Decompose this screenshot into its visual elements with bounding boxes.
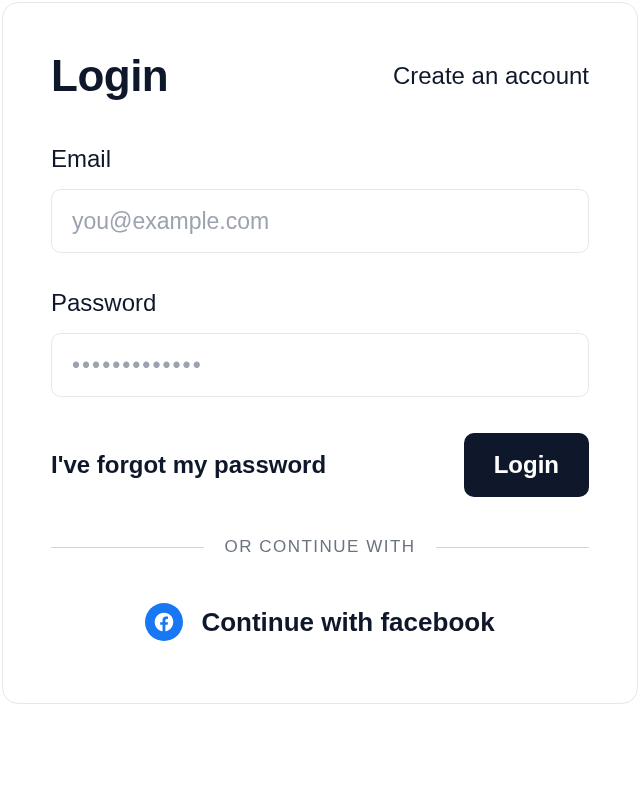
page-title: Login [51,51,168,101]
password-label: Password [51,289,589,317]
action-row: I've forgot my password Login [51,433,589,497]
facebook-button-label: Continue with facebook [201,607,494,638]
email-field-group: Email [51,145,589,253]
divider-row: OR CONTINUE WITH [51,537,589,557]
svg-point-0 [145,603,183,641]
facebook-icon [145,603,183,641]
password-input[interactable] [51,333,589,397]
login-card: Login Create an account Email Password I… [2,2,638,704]
divider-line-right [436,547,589,548]
forgot-password-link[interactable]: I've forgot my password [51,451,326,479]
password-field-group: Password [51,289,589,397]
divider-text: OR CONTINUE WITH [224,537,415,557]
email-label: Email [51,145,589,173]
login-button[interactable]: Login [464,433,589,497]
divider-line-left [51,547,204,548]
create-account-link[interactable]: Create an account [393,62,589,90]
email-input[interactable] [51,189,589,253]
header-row: Login Create an account [51,51,589,101]
continue-with-facebook-button[interactable]: Continue with facebook [51,589,589,655]
